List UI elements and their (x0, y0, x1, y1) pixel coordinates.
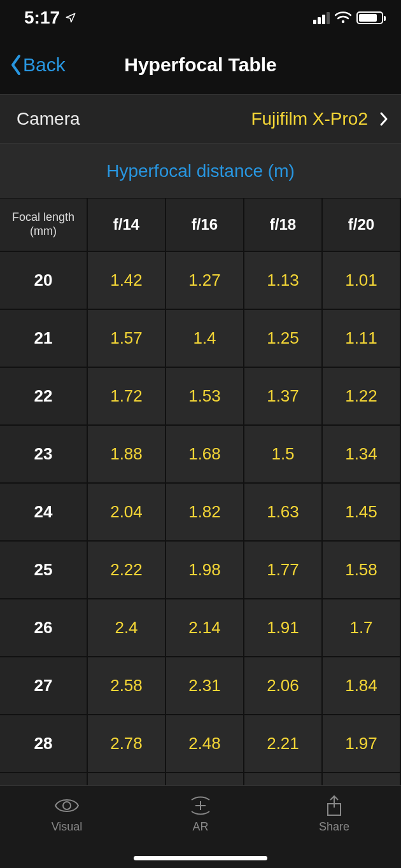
hyperfocal-cell: 1.7 (323, 599, 401, 657)
svg-point-0 (342, 20, 344, 23)
hyperfocal-cell: 1.97 (323, 715, 401, 773)
focal-length-cell: 20 (0, 252, 88, 310)
focal-length-cell: 27 (0, 657, 88, 715)
eye-icon (54, 795, 80, 816)
hyperfocal-cell: 1.5 (244, 426, 323, 484)
hyperfocal-cell: 1.82 (166, 484, 244, 542)
hyperfocal-cell: 1.58 (323, 542, 401, 599)
cellular-icon (313, 11, 330, 24)
nav-header: Back Hyperfocal Table (0, 36, 401, 94)
hyperfocal-cell: 1.4 (166, 310, 244, 368)
table-row: 242.041.821.631.45 (0, 484, 401, 542)
hyperfocal-cell: 2.14 (166, 599, 244, 657)
focal-length-cell: 21 (0, 310, 88, 368)
hyperfocal-cell: 1.37 (244, 368, 323, 426)
aperture-header: f/14 (88, 199, 166, 252)
chevron-right-icon (379, 111, 388, 127)
camera-value-wrap: Fujifilm X-Pro2 (251, 109, 388, 129)
table-row: 231.881.681.51.34 (0, 426, 401, 484)
tab-label: AR (192, 820, 208, 834)
hyperfocal-cell: 1.77 (244, 542, 323, 599)
aperture-header: f/18 (244, 199, 323, 252)
battery-icon (356, 11, 383, 24)
hyperfocal-cell: 2.21 (244, 715, 323, 773)
home-indicator[interactable] (134, 856, 267, 860)
hyperfocal-cell: 1.72 (88, 368, 166, 426)
hyperfocal-cell: 1.98 (166, 542, 244, 599)
status-bar: 5:17 (0, 0, 401, 36)
hyperfocal-cell: 1.53 (166, 368, 244, 426)
tab-label: Share (319, 820, 349, 834)
hyperfocal-cell: 1.63 (244, 484, 323, 542)
table-row: 221.721.531.371.22 (0, 368, 401, 426)
hyperfocal-cell: 1.13 (244, 252, 323, 310)
tab-visual[interactable]: Visual (0, 786, 134, 868)
hyperfocal-cell: 1.01 (323, 252, 401, 310)
location-icon (65, 12, 76, 24)
hyperfocal-cell: 1.88 (88, 426, 166, 484)
focal-length-cell: 24 (0, 484, 88, 542)
table-row: 282.782.482.211.97 (0, 715, 401, 773)
hyperfocal-cell: 2.06 (244, 657, 323, 715)
hyperfocal-table: Focal length (mm) f/14 f/16 f/18 f/20 20… (0, 199, 401, 831)
hyperfocal-cell: 2.31 (166, 657, 244, 715)
hyperfocal-cell: 1.91 (244, 599, 323, 657)
hyperfocal-cell: 1.34 (323, 426, 401, 484)
camera-selector[interactable]: Camera Fujifilm X-Pro2 (0, 94, 401, 144)
hyperfocal-cell: 1.27 (166, 252, 244, 310)
focal-length-cell: 23 (0, 426, 88, 484)
status-time: 5:17 (24, 8, 60, 28)
table-row: 201.421.271.131.01 (0, 252, 401, 310)
camera-label: Camera (17, 109, 80, 129)
table-row: 262.42.141.911.7 (0, 599, 401, 657)
hyperfocal-cell: 2.78 (88, 715, 166, 773)
chevron-left-icon (9, 53, 23, 76)
wifi-icon (335, 11, 351, 24)
focal-length-cell: 28 (0, 715, 88, 773)
svg-point-1 (63, 802, 71, 809)
focal-length-cell: 22 (0, 368, 88, 426)
hyperfocal-cell: 2.04 (88, 484, 166, 542)
hyperfocal-cell: 1.22 (323, 368, 401, 426)
back-label: Back (23, 54, 66, 76)
hyperfocal-cell: 1.45 (323, 484, 401, 542)
focal-length-cell: 26 (0, 599, 88, 657)
hyperfocal-cell: 1.84 (323, 657, 401, 715)
hyperfocal-cell: 2.58 (88, 657, 166, 715)
hyperfocal-cell: 1.25 (244, 310, 323, 368)
hyperfocal-cell: 1.42 (88, 252, 166, 310)
status-left: 5:17 (24, 8, 76, 28)
table-row: 252.221.981.771.58 (0, 542, 401, 599)
back-button[interactable]: Back (9, 53, 66, 76)
focal-length-cell: 25 (0, 542, 88, 599)
aperture-header: f/16 (166, 199, 244, 252)
status-right (313, 11, 383, 24)
table-header-row: Focal length (mm) f/14 f/16 f/18 f/20 (0, 199, 401, 252)
hyperfocal-cell: 2.48 (166, 715, 244, 773)
hyperfocal-cell: 2.4 (88, 599, 166, 657)
table-row: 272.582.312.061.84 (0, 657, 401, 715)
tab-label: Visual (52, 820, 83, 834)
tab-share[interactable]: Share (267, 786, 401, 868)
share-icon (321, 795, 347, 816)
hyperfocal-cell: 1.11 (323, 310, 401, 368)
hyperfocal-cell: 1.68 (166, 426, 244, 484)
aperture-header: f/20 (323, 199, 401, 252)
table-corner-header: Focal length (mm) (0, 199, 88, 252)
table-row: 211.571.41.251.11 (0, 310, 401, 368)
hyperfocal-cell: 2.22 (88, 542, 166, 599)
camera-value: Fujifilm X-Pro2 (251, 109, 368, 129)
hyperfocal-cell: 1.57 (88, 310, 166, 368)
ar-icon (188, 795, 213, 816)
subtitle: Hyperfocal distance (m) (0, 144, 401, 199)
